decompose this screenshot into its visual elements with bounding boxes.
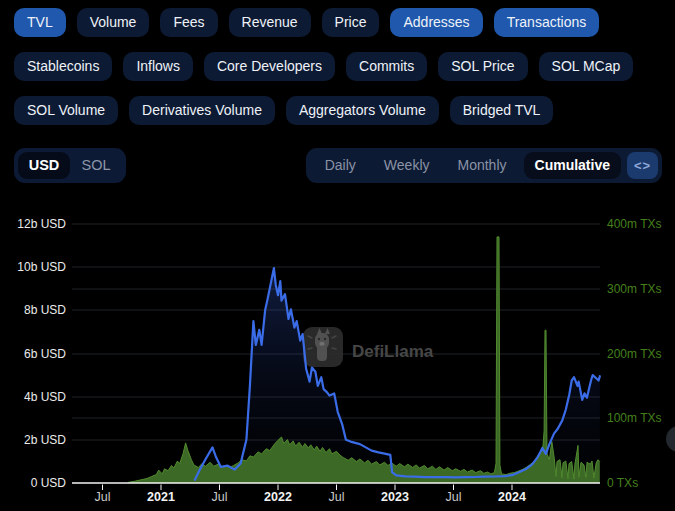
tab-inflows[interactable]: Inflows — [123, 52, 193, 81]
right-axis-label: 400m TXs — [607, 217, 661, 231]
chart-controls: USD SOL Daily Weekly Monthly Cumulative … — [14, 148, 662, 183]
period-daily[interactable]: Daily — [314, 152, 367, 179]
x-axis-label: 2024 — [498, 490, 526, 504]
currency-usd[interactable]: USD — [18, 152, 70, 179]
tab-sol-volume[interactable]: SOL Volume — [14, 96, 118, 125]
period-monthly[interactable]: Monthly — [447, 152, 518, 179]
tab-sol-mcap[interactable]: SOL MCap — [539, 52, 634, 81]
x-axis-label: Jul — [329, 490, 345, 504]
x-axis-label: 2023 — [381, 490, 409, 504]
left-axis-label: 0 USD — [31, 476, 67, 490]
right-axis-label: 0 TXs — [607, 476, 638, 490]
defillama-watermark: DefiLlama — [303, 327, 434, 367]
nav-row-2: Stablecoins Inflows Core Developers Comm… — [14, 52, 675, 81]
currency-sol[interactable]: SOL — [70, 152, 122, 179]
x-axis-label: Jul — [95, 490, 111, 504]
tab-sol-price[interactable]: SOL Price — [438, 52, 527, 81]
left-axis-label: 12b USD — [17, 217, 66, 231]
tvl-area — [195, 268, 600, 483]
tab-aggregators-volume[interactable]: Aggregators Volume — [286, 96, 439, 125]
embed-code-icon[interactable]: <> — [627, 152, 658, 179]
currency-toggle: USD SOL — [14, 148, 126, 183]
tab-transactions[interactable]: Transactions — [494, 8, 600, 37]
tab-volume[interactable]: Volume — [77, 8, 150, 37]
tab-commits[interactable]: Commits — [346, 52, 427, 81]
period-weekly[interactable]: Weekly — [373, 152, 441, 179]
metric-nav: TVL Volume Fees Revenue Price Addresses … — [0, 0, 675, 125]
period-cumulative[interactable]: Cumulative — [524, 152, 621, 179]
tab-stablecoins[interactable]: Stablecoins — [14, 52, 112, 81]
tab-revenue[interactable]: Revenue — [229, 8, 311, 37]
right-axis-label: 200m TXs — [607, 347, 661, 361]
tab-tvl[interactable]: TVL — [14, 8, 66, 37]
tab-core-developers[interactable]: Core Developers — [204, 52, 335, 81]
watermark-text: DefiLlama — [352, 342, 434, 361]
tab-addresses[interactable]: Addresses — [390, 8, 482, 37]
tab-fees[interactable]: Fees — [160, 8, 217, 37]
tab-bridged-tvl[interactable]: Bridged TVL — [450, 96, 554, 125]
right-axis-label: 300m TXs — [607, 282, 661, 296]
x-axis-label: 2021 — [147, 490, 175, 504]
left-axis-label: 2b USD — [24, 433, 66, 447]
nav-row-1: TVL Volume Fees Revenue Price Addresses … — [14, 8, 675, 37]
tab-price[interactable]: Price — [322, 8, 380, 37]
x-axis-label: 2022 — [264, 490, 292, 504]
x-axis-label: Jul — [446, 490, 462, 504]
tab-derivatives-volume[interactable]: Derivatives Volume — [129, 96, 275, 125]
x-axis-label: Jul — [212, 490, 228, 504]
left-axis-label: 4b USD — [24, 390, 66, 404]
nav-row-3: SOL Volume Derivatives Volume Aggregator… — [14, 96, 675, 125]
left-axis-label: 8b USD — [24, 303, 66, 317]
left-axis-label: 6b USD — [24, 347, 66, 361]
left-axis-label: 10b USD — [17, 260, 66, 274]
right-axis-label: 100m TXs — [607, 411, 661, 425]
period-group: Daily Weekly Monthly Cumulative <> — [306, 148, 662, 183]
